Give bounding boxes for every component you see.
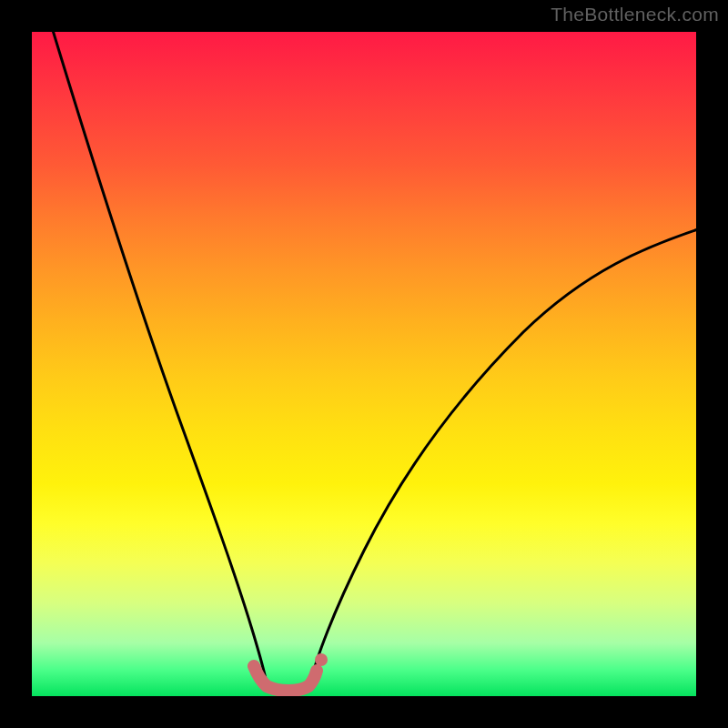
chart-svg xyxy=(32,32,696,696)
watermark-text: TheBottleneck.com xyxy=(551,4,719,25)
bottleneck-curve-right xyxy=(310,228,696,683)
highlight-end-dot xyxy=(315,653,328,666)
chart-frame: TheBottleneck.com xyxy=(0,0,728,728)
bottleneck-curve-left xyxy=(52,32,267,683)
chart-plot-area xyxy=(32,32,696,696)
